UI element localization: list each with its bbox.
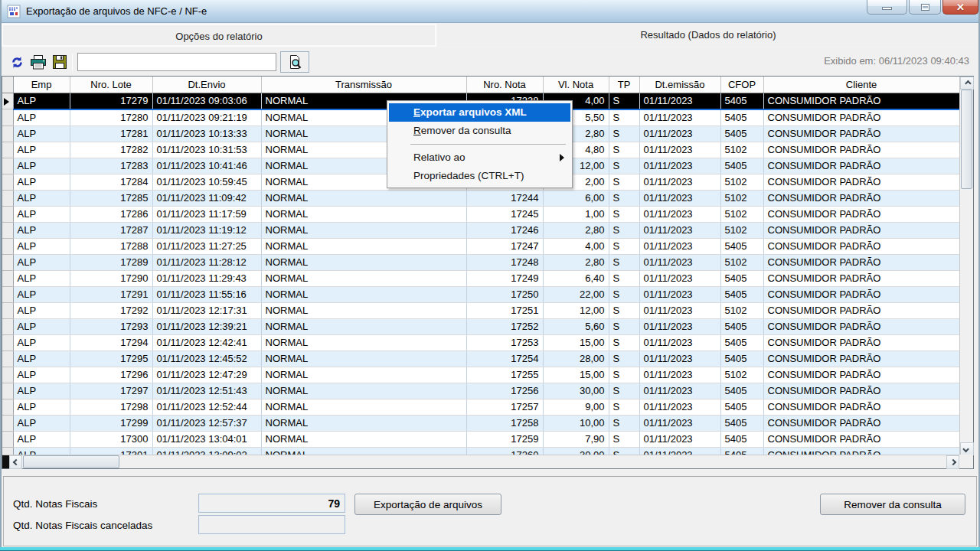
grid-cell[interactable]: 6,40 (543, 270, 609, 286)
table-row[interactable]: ALP1729501/11/2023 12:45:52NORMAL1725428… (2, 350, 959, 367)
qtd-canceladas-field[interactable] (198, 515, 345, 534)
column-header[interactable]: Dt.emissão (639, 77, 720, 93)
grid-cell[interactable]: 17287 (70, 222, 152, 238)
row-indicator[interactable] (2, 238, 13, 254)
grid-cell[interactable]: 01/11/2023 11:29:43 (152, 270, 261, 286)
grid-cell[interactable]: ALP (13, 415, 70, 431)
grid-cell[interactable]: 5405 (720, 431, 763, 447)
grid-cell[interactable]: NORMAL (261, 302, 466, 318)
search-input[interactable] (77, 53, 276, 71)
grid-cell[interactable]: CONSUMIDOR PADRÃO (763, 367, 959, 383)
grid-cell[interactable]: 17284 (70, 174, 152, 190)
grid-cell[interactable]: S (609, 399, 639, 415)
grid-cell[interactable]: 17258 (466, 415, 543, 431)
column-header[interactable]: Nro. Nota (466, 77, 543, 93)
grid-cell[interactable]: ALP (13, 126, 70, 142)
horizontal-scroll-track[interactable] (119, 455, 946, 468)
grid-cell[interactable]: 01/11/2023 11:55:16 (152, 286, 261, 302)
grid-cell[interactable]: 5102 (720, 206, 763, 222)
menu-item[interactable]: Relativo ao (387, 148, 572, 167)
table-row[interactable]: ALP1728501/11/2023 11:09:42NORMAL172446,… (2, 190, 959, 206)
grid-cell[interactable]: 17257 (466, 399, 543, 415)
save-icon[interactable] (51, 54, 69, 70)
close-button[interactable]: ✕ (942, 0, 978, 15)
grid-cell[interactable]: 6,00 (543, 190, 609, 206)
grid-cell[interactable]: CONSUMIDOR PADRÃO (763, 431, 959, 447)
grid-cell[interactable]: 7,90 (543, 431, 609, 447)
table-row[interactable]: ALP1729001/11/2023 11:29:43NORMAL172496,… (2, 270, 959, 286)
grid-cell[interactable]: 17250 (466, 286, 543, 302)
grid-cell[interactable]: 17245 (466, 206, 543, 222)
scroll-right-button[interactable] (946, 455, 959, 469)
grid-cell[interactable]: ALP (13, 142, 70, 158)
row-indicator[interactable] (2, 318, 13, 334)
grid-cell[interactable]: NORMAL (261, 334, 466, 350)
grid-cell[interactable]: ALP (13, 350, 70, 367)
grid-cell[interactable]: 17289 (70, 254, 152, 270)
grid-cell[interactable]: S (609, 109, 639, 126)
minimize-button[interactable] (867, 0, 907, 15)
grid-cell[interactable]: 5102 (720, 367, 763, 383)
grid-cell[interactable]: 01/11/2023 (639, 109, 720, 126)
grid-cell[interactable]: 5102 (720, 174, 763, 190)
column-header[interactable]: Cliente (763, 77, 959, 93)
column-header[interactable]: Vl. Nota (543, 77, 609, 93)
grid-cell[interactable]: S (609, 238, 639, 254)
menu-item[interactable]: Exportar arquivos XML (389, 103, 570, 122)
grid-cell[interactable]: NORMAL (261, 415, 466, 431)
grid-cell[interactable]: 17292 (70, 302, 152, 318)
grid-cell[interactable]: CONSUMIDOR PADRÃO (763, 383, 959, 399)
grid-cell[interactable]: 5102 (720, 222, 763, 238)
grid-cell[interactable]: S (609, 190, 639, 206)
exportacao-de-arquivos-button[interactable]: Exportação de arquivos (354, 494, 501, 515)
grid-cell[interactable]: S (609, 334, 639, 350)
grid-cell[interactable]: 5405 (720, 350, 763, 367)
grid-cell[interactable]: CONSUMIDOR PADRÃO (763, 350, 959, 367)
grid-cell[interactable]: S (609, 206, 639, 222)
grid-cell[interactable]: 17280 (70, 109, 152, 126)
grid-cell[interactable]: 01/11/2023 12:45:52 (152, 350, 261, 367)
grid-cell[interactable]: S (609, 126, 639, 142)
grid-cell[interactable]: 5102 (720, 254, 763, 270)
grid-cell[interactable]: CONSUMIDOR PADRÃO (763, 93, 959, 109)
grid-cell[interactable]: ALP (13, 158, 70, 174)
grid-cell[interactable]: 12,00 (543, 302, 609, 318)
grid-cell[interactable]: CONSUMIDOR PADRÃO (763, 415, 959, 431)
menu-item[interactable]: Propriedades (CTRL+T) (387, 167, 572, 185)
grid-cell[interactable]: 01/11/2023 11:17:59 (152, 206, 261, 222)
grid-cell[interactable]: 17291 (70, 286, 152, 302)
grid-cell[interactable]: 5,60 (543, 318, 609, 334)
grid-cell[interactable]: ALP (13, 190, 70, 206)
scroll-up-button[interactable] (960, 77, 974, 90)
grid-cell[interactable]: 5405 (720, 158, 763, 174)
row-indicator[interactable] (2, 399, 13, 415)
table-row[interactable]: ALP1728801/11/2023 11:27:25NORMAL172474,… (2, 238, 959, 254)
grid-cell[interactable]: 17283 (70, 158, 152, 174)
grid-cell[interactable]: 17295 (70, 350, 152, 367)
grid-cell[interactable]: 5405 (720, 93, 763, 109)
tab-resultado[interactable]: Resultado (Dados do relatório) (438, 24, 978, 47)
grid-cell[interactable]: 01/11/2023 10:31:53 (152, 142, 261, 158)
row-indicator[interactable] (2, 431, 13, 447)
grid-cell[interactable]: 01/11/2023 (639, 93, 720, 109)
grid-cell[interactable]: 17246 (466, 222, 543, 238)
row-indicator[interactable] (2, 206, 13, 222)
grid-cell[interactable]: ALP (13, 431, 70, 447)
row-indicator[interactable] (2, 334, 13, 350)
grid-cell[interactable]: 5405 (720, 383, 763, 399)
grid-cell[interactable]: 01/11/2023 (639, 367, 720, 383)
grid-cell[interactable]: 01/11/2023 (639, 415, 720, 431)
grid-cell[interactable]: 5405 (720, 270, 763, 286)
grid-cell[interactable]: 01/11/2023 (639, 206, 720, 222)
grid-cell[interactable]: 01/11/2023 (639, 174, 720, 190)
column-header[interactable]: TP (609, 77, 639, 93)
grid-cell[interactable]: CONSUMIDOR PADRÃO (763, 399, 959, 415)
table-row[interactable]: ALP1729701/11/2023 12:51:43NORMAL1725630… (2, 383, 959, 399)
horizontal-scrollbar[interactable] (2, 455, 959, 468)
grid-cell[interactable]: NORMAL (261, 383, 466, 399)
grid-cell[interactable]: ALP (13, 270, 70, 286)
column-header[interactable]: Dt.Envio (152, 77, 261, 93)
grid-cell[interactable]: 01/11/2023 (639, 431, 720, 447)
row-indicator[interactable] (2, 350, 13, 367)
grid-cell[interactable]: 5405 (720, 126, 763, 142)
